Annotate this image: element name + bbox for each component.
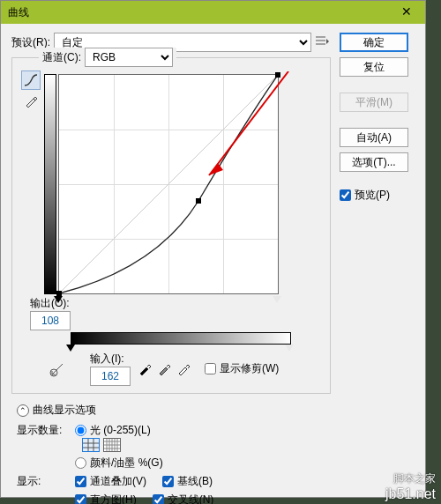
black-slider[interactable] — [54, 296, 63, 303]
pencil-tool-button[interactable] — [21, 92, 41, 111]
black-input-slider[interactable] — [66, 345, 75, 352]
histogram-checkbox[interactable]: 直方图(H) — [75, 493, 137, 504]
show-amount-label: 显示数量: — [17, 423, 70, 452]
white-input-slider[interactable] — [285, 345, 294, 352]
expand-toggle-icon[interactable]: ⌃ — [17, 404, 29, 417]
ok-button[interactable]: 确定 — [340, 33, 408, 52]
options-button[interactable]: 选项(T)... — [340, 152, 408, 172]
channel-label: 通道(C): — [42, 50, 81, 65]
watermark-site: jb51.net — [385, 486, 436, 502]
preset-menu-icon[interactable] — [315, 34, 331, 50]
output-label: 输出(O): — [30, 296, 291, 311]
intersection-checkbox[interactable]: 交叉线(N) — [153, 493, 214, 504]
channel-select[interactable]: RGB — [85, 48, 173, 67]
output-gradient — [44, 74, 56, 294]
show-label: 显示: — [17, 474, 70, 489]
svg-line-5 — [209, 71, 288, 175]
watermark-name: 脚本之家 — [393, 471, 436, 486]
amount-pigment-radio[interactable]: 颜料/油墨 %(G) — [75, 456, 331, 471]
titlebar: 曲线 ✕ — [1, 1, 425, 24]
output-input[interactable] — [30, 311, 71, 330]
annotation-arrow — [156, 71, 306, 195]
input-gradient — [71, 332, 291, 345]
amount-light-radio[interactable]: 光 (0-255)(L) — [75, 423, 331, 438]
white-slider[interactable] — [273, 296, 281, 303]
close-button[interactable]: ✕ — [388, 1, 425, 24]
baseline-checkbox[interactable]: 基线(B) — [162, 474, 213, 489]
grid-coarse-icon[interactable] — [82, 438, 100, 452]
input-label: 输入(I): — [90, 352, 131, 367]
eyedropper-white-icon[interactable] — [175, 360, 192, 378]
curves-graph[interactable] — [58, 74, 279, 294]
reset-button[interactable]: 复位 — [340, 57, 408, 77]
curve-tool-button[interactable] — [21, 70, 41, 90]
curve-display-options-label: 曲线显示选项 — [33, 403, 96, 418]
target-adjust-icon[interactable] — [48, 359, 67, 379]
window-title: 曲线 — [8, 5, 29, 20]
eyedropper-gray-icon[interactable] — [155, 360, 173, 378]
preview-checkbox[interactable]: 预览(P) — [340, 188, 410, 203]
grid-fine-icon[interactable] — [103, 438, 121, 452]
channel-overlay-checkbox[interactable]: 通道叠加(V) — [75, 474, 146, 489]
smooth-button: 平滑(M) — [340, 93, 408, 112]
curve-point-mid[interactable] — [196, 198, 201, 204]
eyedropper-black-icon[interactable] — [136, 360, 153, 378]
svg-marker-3 — [326, 39, 329, 44]
show-clipping-checkbox[interactable]: 显示修剪(W) — [205, 361, 279, 376]
auto-button[interactable]: 自动(A) — [340, 128, 408, 147]
input-input[interactable] — [90, 367, 131, 386]
